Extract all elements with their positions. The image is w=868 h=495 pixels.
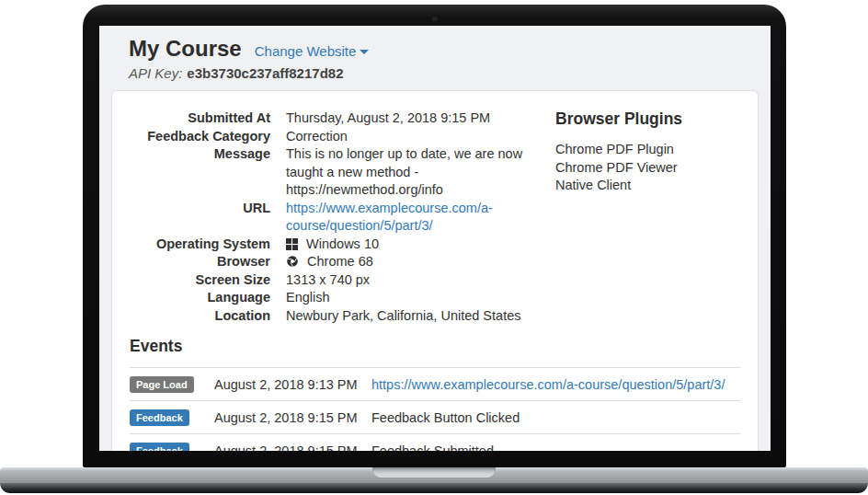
detail-value: Chrome 68 <box>270 253 533 271</box>
api-key-label: API Key: <box>129 65 182 81</box>
change-website-label: Change Website <box>255 43 357 59</box>
detail-label: Location <box>130 307 270 326</box>
laptop-lid-notch <box>372 467 496 478</box>
browser-plugins-section: Browser Plugins Chrome PDF PluginChrome … <box>555 109 682 325</box>
webcam-icon <box>431 16 438 22</box>
detail-url-link[interactable]: https://www.examplecourse.com/a-course/q… <box>286 201 493 234</box>
api-key-value: e3b3730c237aff8217d82 <box>187 65 343 81</box>
detail-row: Location Newbury Park, California, Unite… <box>130 307 533 326</box>
laptop-mockup: My Course Change Website API Key:e3b3730… <box>0 0 868 495</box>
event-description: https://www.examplecourse.com/a-course/q… <box>371 377 740 392</box>
detail-row: Feedback Category Correction <box>130 128 533 146</box>
event-row: Feedback August 2, 2018 9:15 PM Feedback… <box>130 400 740 433</box>
detail-label: Submitted At <box>130 109 270 128</box>
detail-row: Operating System Windows 10 <box>130 236 533 254</box>
detail-value-text: Chrome 68 <box>307 254 373 269</box>
detail-label: Feedback Category <box>130 128 270 146</box>
detail-value-text: English <box>286 290 330 305</box>
detail-label: Operating System <box>130 236 270 254</box>
event-url-link[interactable]: https://www.examplecourse.com/a-course/q… <box>371 377 725 392</box>
detail-label: Language <box>130 289 270 307</box>
laptop-screen-bezel: My Course Change Website API Key:e3b3730… <box>83 5 786 467</box>
plugin-item: Chrome PDF Viewer <box>555 159 682 178</box>
detail-value-text: Thursday, August 2, 2018 9:15 PM <box>286 110 490 125</box>
detail-value: Newbury Park, California, United States <box>270 307 533 326</box>
plugin-item: Native Client <box>555 177 682 195</box>
event-row: Feedback August 2, 2018 9:15 PM Feedback… <box>130 433 740 451</box>
event-type-badge: Page Load <box>130 376 194 393</box>
detail-row: URL https://www.examplecourse.com/a-cour… <box>130 200 533 236</box>
detail-grid: Submitted At Thursday, August 2, 2018 9:… <box>130 109 533 325</box>
app-screen: My Course Change Website API Key:e3b3730… <box>99 26 771 451</box>
detail-value: Correction <box>270 128 533 146</box>
detail-value: This is no longer up to date, we are now… <box>270 145 533 200</box>
detail-label: Screen Size <box>130 271 270 290</box>
events-table: Page Load August 2, 2018 9:13 PM https:/… <box>130 367 740 451</box>
detail-row: Language English <box>130 289 533 307</box>
detail-row: Screen Size 1313 x 740 px <box>130 271 533 290</box>
detail-label: Message <box>130 145 270 200</box>
detail-value: Windows 10 <box>270 236 533 254</box>
chrome-icon <box>286 255 299 268</box>
browser-plugins-list: Chrome PDF PluginChrome PDF ViewerNative… <box>555 141 682 195</box>
event-time: August 2, 2018 9:15 PM <box>214 443 371 452</box>
detail-row: Message This is no longer up to date, we… <box>130 145 533 200</box>
detail-value-text: 1313 x 740 px <box>286 272 370 287</box>
page-title: My Course <box>129 35 242 63</box>
event-badge-col: Feedback <box>130 442 214 451</box>
chevron-down-icon <box>360 50 369 54</box>
event-badge-col: Page Load <box>130 375 214 393</box>
detail-value: https://www.examplecourse.com/a-course/q… <box>270 200 533 236</box>
event-badge-col: Feedback <box>130 409 214 426</box>
windows-icon <box>286 238 298 250</box>
detail-value-text: This is no longer up to date, we are now… <box>286 146 522 197</box>
app-header: My Course Change Website API Key:e3b3730… <box>99 26 771 81</box>
detail-row: Submitted At Thursday, August 2, 2018 9:… <box>130 109 533 128</box>
change-website-link[interactable]: Change Website <box>255 43 370 59</box>
feedback-detail-panel: Submitted At Thursday, August 2, 2018 9:… <box>111 90 759 451</box>
event-row: Page Load August 2, 2018 9:13 PM https:/… <box>130 367 740 400</box>
event-description: Feedback Submitted <box>371 443 740 452</box>
event-type-badge: Feedback <box>130 409 189 426</box>
detail-label: URL <box>130 200 270 236</box>
event-time: August 2, 2018 9:13 PM <box>214 377 371 392</box>
detail-value: Thursday, August 2, 2018 9:15 PM <box>270 109 533 128</box>
detail-value-text: Newbury Park, California, United States <box>286 308 520 323</box>
events-section: Events Page Load August 2, 2018 9:13 PM … <box>112 337 758 451</box>
event-time: August 2, 2018 9:15 PM <box>214 410 371 425</box>
detail-value-text: Correction <box>286 129 348 144</box>
detail-value: 1313 x 740 px <box>270 271 533 290</box>
plugin-item: Chrome PDF Plugin <box>555 141 682 159</box>
laptop-base <box>0 467 868 483</box>
detail-label: Browser <box>130 253 270 271</box>
detail-value: English <box>270 289 533 307</box>
laptop-base-bottom <box>0 483 868 493</box>
detail-value-text: Windows 10 <box>306 236 379 251</box>
events-title: Events <box>130 337 740 356</box>
api-key-row: API Key:e3b3730c237aff8217d82 <box>129 65 741 81</box>
detail-row: Browser Chrome 68 <box>130 253 533 271</box>
event-description: Feedback Button Clicked <box>371 410 740 425</box>
event-type-badge: Feedback <box>130 443 189 451</box>
browser-plugins-title: Browser Plugins <box>555 109 682 129</box>
